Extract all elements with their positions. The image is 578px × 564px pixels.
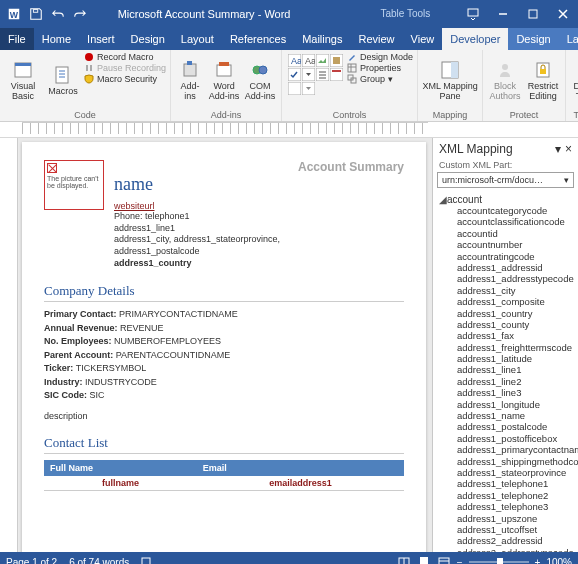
xml-node[interactable]: accountid	[439, 228, 578, 239]
plain-text-control-icon[interactable]: Aa	[302, 54, 315, 67]
custom-xml-part-dropdown[interactable]: urn:microsoft-crm/docu…▾	[437, 172, 574, 188]
pane-close-icon[interactable]: ×	[565, 142, 572, 156]
xml-node[interactable]: accountratingcode	[439, 251, 578, 262]
xml-node[interactable]: accountclassificationcode	[439, 216, 578, 227]
document-area[interactable]: The picture can't be displayed. Account …	[0, 138, 432, 552]
tab-table-design[interactable]: Design	[508, 28, 558, 50]
read-mode-icon[interactable]	[397, 555, 411, 564]
svg-rect-16	[184, 64, 196, 76]
xml-node[interactable]: accountnumber	[439, 239, 578, 250]
company-row: Ticker: TICKERSYMBOL	[44, 362, 404, 376]
group-controls-label: Controls	[286, 109, 413, 120]
xml-node[interactable]: address1_latitude	[439, 353, 578, 364]
xml-node[interactable]: address1_freighttermscode	[439, 342, 578, 353]
horizontal-ruler[interactable]	[0, 122, 578, 138]
xml-node[interactable]: address1_postalcode	[439, 421, 578, 432]
properties-button[interactable]: Properties	[347, 63, 413, 73]
xml-node[interactable]: address1_telephone1	[439, 478, 578, 489]
xml-node[interactable]: address1_addressid	[439, 262, 578, 273]
building-block-control-icon[interactable]	[330, 54, 343, 67]
group-button[interactable]: Group ▾	[347, 74, 413, 84]
tab-home[interactable]: Home	[34, 28, 79, 50]
pause-recording-button[interactable]: Pause Recording	[84, 63, 166, 73]
xml-node[interactable]: address1_line1	[439, 364, 578, 375]
xml-node[interactable]: address1_county	[439, 319, 578, 330]
xml-node[interactable]: address1_composite	[439, 296, 578, 307]
xml-mapping-pane-button[interactable]: XML Mapping Pane	[422, 52, 478, 109]
visual-basic-button[interactable]: Visual Basic	[4, 52, 42, 109]
spellcheck-icon[interactable]	[141, 556, 153, 564]
picture-control-icon[interactable]	[316, 54, 329, 67]
page[interactable]: The picture can't be displayed. Account …	[22, 142, 426, 552]
maximize-icon[interactable]	[518, 0, 548, 28]
document-template-button[interactable]: Document Template	[570, 52, 578, 109]
tab-file[interactable]: File	[0, 28, 34, 50]
print-layout-icon[interactable]	[417, 555, 431, 564]
xml-node[interactable]: address1_city	[439, 285, 578, 296]
xml-node[interactable]: address1_longitude	[439, 399, 578, 410]
legacy-tools-icon[interactable]	[302, 82, 315, 95]
tab-mailings[interactable]: Mailings	[294, 28, 350, 50]
xml-node[interactable]: address1_line3	[439, 387, 578, 398]
close-icon[interactable]	[548, 0, 578, 28]
xml-node[interactable]: address1_line2	[439, 376, 578, 387]
description-field: description	[44, 411, 404, 421]
tab-review[interactable]: Review	[351, 28, 403, 50]
xml-node[interactable]: address1_utcoffset	[439, 524, 578, 535]
xml-root-node[interactable]: account	[447, 194, 482, 205]
xml-node[interactable]: address1_stateorprovince	[439, 467, 578, 478]
xml-node[interactable]: address1_telephone2	[439, 490, 578, 501]
xml-node[interactable]: address1_upszone	[439, 513, 578, 524]
company-details-heading: Company Details	[44, 283, 404, 302]
vertical-ruler[interactable]	[0, 138, 18, 552]
checkbox-control-icon[interactable]	[288, 68, 301, 81]
xml-node[interactable]: address1_country	[439, 308, 578, 319]
rich-text-control-icon[interactable]: Aa	[288, 54, 301, 67]
page-indicator[interactable]: Page 1 of 2	[6, 557, 57, 565]
zoom-level[interactable]: 100%	[546, 557, 572, 565]
tab-references[interactable]: References	[222, 28, 294, 50]
addins-button[interactable]: Add- ins	[175, 52, 205, 109]
tab-design[interactable]: Design	[123, 28, 173, 50]
pane-options-icon[interactable]: ▾	[555, 142, 561, 156]
zoom-out-icon[interactable]: −	[457, 557, 463, 565]
dropdown-control-icon[interactable]	[316, 68, 329, 81]
word-count[interactable]: 6 of 74 words	[69, 557, 129, 565]
restrict-editing-button[interactable]: Restrict Editing	[525, 52, 561, 109]
address-line1: address1_line1	[114, 223, 175, 233]
xml-node[interactable]: address1_name	[439, 410, 578, 421]
macro-security-button[interactable]: Macro Security	[84, 74, 166, 84]
xml-node[interactable]: address1_shippingmethodcode	[439, 456, 578, 467]
tab-table-layout[interactable]: Layout	[559, 28, 578, 50]
date-control-icon[interactable]	[330, 68, 343, 81]
combo-control-icon[interactable]	[302, 68, 315, 81]
xml-tree[interactable]: ◢account accountcategorycodeaccountclass…	[433, 192, 578, 552]
ribbon-options-icon[interactable]	[458, 0, 488, 28]
xml-pane-title: XML Mapping	[439, 142, 513, 156]
minimize-icon[interactable]	[488, 0, 518, 28]
tab-view[interactable]: View	[403, 28, 443, 50]
save-icon[interactable]	[26, 4, 46, 24]
tab-layout[interactable]: Layout	[173, 28, 222, 50]
record-macro-button[interactable]: Record Macro	[84, 52, 166, 62]
xml-node[interactable]: address1_telephone3	[439, 501, 578, 512]
zoom-slider[interactable]	[469, 561, 529, 563]
xml-node[interactable]: address1_fax	[439, 330, 578, 341]
tab-developer[interactable]: Developer	[442, 28, 508, 50]
com-addins-button[interactable]: COM Add-ins	[243, 52, 277, 109]
zoom-in-icon[interactable]: +	[535, 557, 541, 565]
macros-button[interactable]: Macros	[44, 52, 82, 109]
xml-node[interactable]: address1_postofficebox	[439, 433, 578, 444]
redo-icon[interactable]	[70, 4, 90, 24]
xml-node[interactable]: accountcategorycode	[439, 205, 578, 216]
web-layout-icon[interactable]	[437, 555, 451, 564]
word-addins-button[interactable]: Word Add-ins	[207, 52, 241, 109]
xml-node[interactable]: address2_addresstypecode	[439, 547, 578, 552]
design-mode-button[interactable]: Design Mode	[347, 52, 413, 62]
xml-node[interactable]: address1_primarycontactname	[439, 444, 578, 455]
undo-icon[interactable]	[48, 4, 68, 24]
repeating-control-icon[interactable]	[288, 82, 301, 95]
tab-insert[interactable]: Insert	[79, 28, 123, 50]
xml-node[interactable]: address2_addressid	[439, 535, 578, 546]
xml-node[interactable]: address1_addresstypecode	[439, 273, 578, 284]
